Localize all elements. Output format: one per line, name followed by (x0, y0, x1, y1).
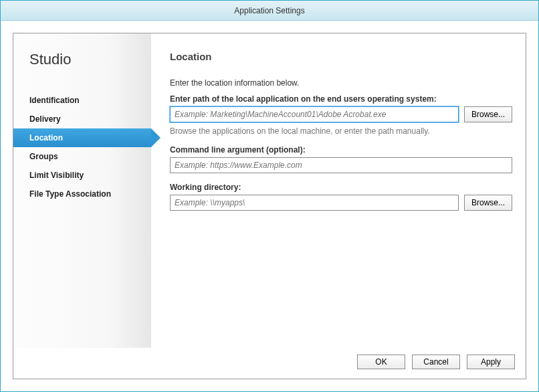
path-label: Enter path of the local application on t… (170, 94, 512, 104)
sidebar-item-groups[interactable]: Groups (13, 147, 151, 166)
cmd-label: Command line argument (optional): (170, 145, 512, 155)
sidebar-title: Studio (13, 51, 151, 91)
field-path: Enter path of the local application on t… (170, 94, 512, 136)
path-browse-button[interactable]: Browse... (464, 106, 512, 122)
cmd-input[interactable] (170, 157, 512, 173)
sidebar-item-location[interactable]: Location (13, 128, 151, 147)
panel-location: Location Enter the location information … (151, 33, 526, 348)
cmd-row (170, 157, 512, 173)
sidebar-item-delivery[interactable]: Delivery (13, 110, 151, 128)
path-input[interactable] (170, 106, 459, 122)
titlebar[interactable]: Application Settings (1, 1, 538, 21)
content: Studio Identification Delivery Location … (13, 33, 526, 379)
main-area: Studio Identification Delivery Location … (13, 33, 526, 348)
sidebar-item-identification[interactable]: Identification (13, 91, 151, 110)
panel-title: Location (170, 51, 512, 62)
sidebar: Studio Identification Delivery Location … (13, 33, 151, 348)
ok-button[interactable]: OK (357, 355, 405, 369)
panel-intro: Enter the location information below. (170, 78, 512, 88)
cancel-button[interactable]: Cancel (412, 355, 460, 369)
workdir-label: Working directory: (170, 183, 512, 192)
field-cmd: Command line argument (optional): (170, 145, 512, 173)
sidebar-item-file-type-association[interactable]: File Type Association (13, 185, 151, 203)
dialog-window: Application Settings Studio Identificati… (0, 0, 539, 392)
path-row: Browse... (170, 106, 512, 122)
workdir-row: Browse... (170, 195, 512, 211)
workdir-browse-button[interactable]: Browse... (464, 195, 512, 211)
sidebar-item-limit-visibility[interactable]: Limit Visibility (13, 166, 151, 185)
workdir-input[interactable] (170, 195, 459, 211)
footer: OK Cancel Apply (13, 348, 526, 379)
apply-button[interactable]: Apply (467, 355, 515, 369)
field-workdir: Working directory: Browse... (170, 183, 512, 211)
content-wrap: Studio Identification Delivery Location … (1, 21, 538, 391)
window-title: Application Settings (234, 6, 304, 15)
path-hint: Browse the applications on the local mac… (170, 126, 512, 136)
